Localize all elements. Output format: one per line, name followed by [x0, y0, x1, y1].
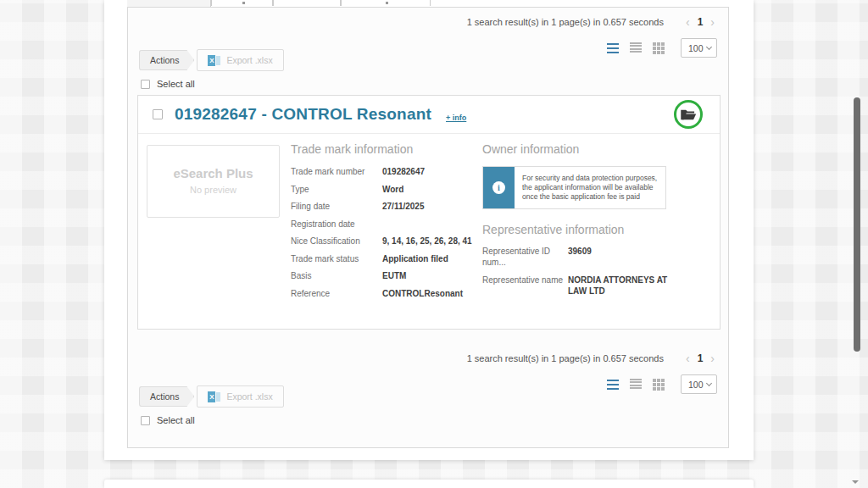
preview-placeholder: eSearch Plus No preview	[147, 145, 280, 218]
results-summary: 1 search result(s) in 1 page(s) in 0.657…	[467, 353, 664, 363]
current-page[interactable]: 1	[698, 16, 704, 28]
page-size-value: 100	[688, 380, 704, 390]
select-all-checkbox[interactable]	[141, 80, 150, 89]
excel-icon: X	[208, 55, 220, 66]
owner-info-heading: Owner information	[482, 142, 686, 156]
field-row: Filing date27/11/2025	[291, 202, 476, 213]
pagination: ‹ 1 ›	[686, 16, 715, 28]
detail-view-icon	[630, 42, 642, 53]
view-controls-top: 100	[606, 38, 717, 58]
detail-view-icon	[630, 379, 642, 390]
actions-button[interactable]: Actions	[139, 386, 194, 407]
export-xlsx-button[interactable]: X Export .xlsx	[197, 385, 283, 408]
current-page[interactable]: 1	[698, 352, 704, 364]
list-view-button[interactable]	[606, 42, 620, 54]
grid-view-icon	[653, 379, 665, 391]
scrollbar-down-icon[interactable]	[852, 480, 859, 487]
grid-view-icon	[653, 42, 665, 54]
chevron-down-icon	[706, 380, 712, 385]
actions-row-bottom: Actions X Export .xlsx	[139, 385, 284, 408]
actions-button[interactable]: Actions	[139, 50, 194, 70]
page-size-select[interactable]: 100	[681, 374, 717, 394]
preview-subtitle: No preview	[147, 185, 279, 195]
result-card-header: 019282647 - CONTROL Resonant + info	[138, 96, 720, 134]
owner-notice-text: For security and data protection purpose…	[515, 167, 665, 208]
next-page-icon[interactable]: ›	[710, 353, 715, 363]
prev-page-icon[interactable]: ‹	[686, 353, 690, 363]
results-bar-top: 1 search result(s) in 1 page(s) in 0.657…	[467, 16, 715, 28]
results-summary: 1 search result(s) in 1 page(s) in 0.657…	[467, 17, 664, 27]
tab-results-active[interactable]	[127, 0, 211, 7]
info-icon: i	[492, 181, 505, 194]
result-title-link[interactable]: 019282647 - CONTROL Resonant	[175, 105, 431, 124]
page-size-value: 100	[688, 43, 704, 53]
folder-icon	[680, 108, 697, 122]
page-size-select[interactable]: 100	[681, 38, 717, 58]
representative-info-heading: Representative information	[482, 223, 686, 236]
export-xlsx-button[interactable]: X Export .xlsx	[197, 49, 283, 71]
list-view-icon	[607, 43, 619, 53]
info-icon-cell: i	[483, 167, 515, 208]
field-row: BasisEUTM	[291, 271, 476, 282]
next-page-icon[interactable]: ›	[710, 17, 715, 27]
select-all-top: Select all	[141, 79, 195, 89]
trademark-info-heading: Trade mark information	[291, 142, 476, 156]
tab-sliver-3[interactable]	[273, 0, 341, 6]
trademark-info-section: Trade mark information Trade mark number…	[291, 142, 476, 306]
field-row: Representative ID num...39609	[482, 247, 686, 268]
view-controls-bottom: 100	[606, 374, 717, 394]
representative-fields: Representative ID num...39609 Representa…	[482, 247, 686, 297]
result-checkbox[interactable]	[153, 109, 163, 119]
detail-view-button[interactable]	[629, 379, 643, 391]
scrollbar-thumb[interactable]	[854, 97, 860, 352]
result-card: 019282647 - CONTROL Resonant + info eSea…	[137, 95, 721, 330]
prev-page-icon[interactable]: ‹	[686, 17, 690, 27]
pagination: ‹ 1 ›	[686, 352, 715, 364]
export-label: Export .xlsx	[226, 55, 272, 65]
owner-info-section: Owner information i For security and dat…	[482, 142, 686, 304]
chevron-down-icon	[706, 43, 712, 49]
field-row: Nice Classification9, 14, 16, 25, 26, 28…	[291, 236, 476, 247]
select-all-checkbox[interactable]	[141, 416, 150, 425]
next-section-panel	[104, 480, 754, 488]
owner-notice-box: i For security and data protection purpo…	[482, 166, 666, 209]
field-row: Trade mark number019282647	[291, 167, 476, 178]
export-label: Export .xlsx	[226, 391, 272, 402]
grid-view-button[interactable]	[652, 379, 665, 391]
list-view-button[interactable]	[606, 379, 620, 391]
detail-view-button[interactable]	[629, 42, 643, 54]
results-bar-bottom: 1 search result(s) in 1 page(s) in 0.657…	[467, 352, 715, 364]
field-row: TypeWord	[291, 185, 476, 196]
open-folder-badge[interactable]	[674, 100, 703, 129]
more-info-link[interactable]: + info	[446, 114, 466, 122]
field-row: Representative nameNORDIA ATTORNEYS AT L…	[482, 275, 686, 297]
results-panel: 1 search result(s) in 1 page(s) in 0.657…	[127, 7, 729, 448]
select-all-label: Select all	[157, 415, 195, 425]
result-card-body: eSearch Plus No preview Trade mark infor…	[138, 134, 720, 330]
tab-icon	[242, 2, 245, 4]
excel-icon: X	[208, 391, 220, 402]
grid-view-button[interactable]	[652, 42, 665, 54]
field-row: ReferenceCONTROLResonant	[291, 289, 476, 300]
tab-sliver-2[interactable]	[211, 0, 273, 6]
tab-icon	[386, 2, 388, 4]
list-view-icon	[607, 380, 619, 390]
select-all-label: Select all	[157, 79, 195, 89]
preview-title: eSearch Plus	[147, 166, 279, 180]
search-results-container: 1 search result(s) in 1 page(s) in 0.657…	[104, 0, 754, 460]
field-row: Registration date	[291, 219, 476, 230]
actions-row-top: Actions X Export .xlsx	[139, 49, 284, 71]
tab-sliver-4[interactable]	[341, 0, 431, 6]
field-row: Trade mark statusApplication filed	[291, 254, 476, 265]
select-all-bottom: Select all	[141, 415, 195, 425]
